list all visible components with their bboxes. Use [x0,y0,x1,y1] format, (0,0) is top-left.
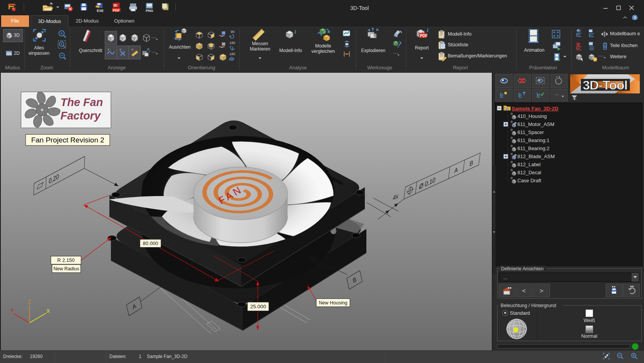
svg-text:Weiß: Weiß [584,317,595,323]
svg-text:Case Draft: Case Draft [517,178,542,183]
svg-text:Normal: Normal [581,333,597,339]
svg-text:>: > [540,287,543,294]
svg-text:812_Blade_ASM: 812_Blade_ASM [517,154,555,159]
svg-text:611_Motor_ASM: 611_Motor_ASM [517,121,555,127]
svg-text:Sample Fan_3D-2D: Sample Fan_3D-2D [512,106,559,111]
svg-text:611_Spacer: 611_Spacer [517,129,544,135]
svg-text:3D-Tool: 3D-Tool [582,78,627,92]
svg-text:410_Housing: 410_Housing [517,113,547,119]
svg-text:Beleuchtung / Hintergrund: Beleuchtung / Hintergrund [501,303,556,308]
svg-text:812_Decal: 812_Decal [517,170,541,175]
svg-text:--: -- [555,92,559,96]
svg-text:Standard: Standard [510,310,530,316]
svg-text:611_Bearing:1: 611_Bearing:1 [517,137,550,143]
svg-text:Definierte Ansichten: Definierte Ansichten [501,266,543,271]
svg-text:611_Bearing:2: 611_Bearing:2 [517,146,550,151]
svg-text:<: < [522,287,526,294]
svg-text:812_Label: 812_Label [517,162,541,167]
svg-text:...: ... [503,275,507,280]
